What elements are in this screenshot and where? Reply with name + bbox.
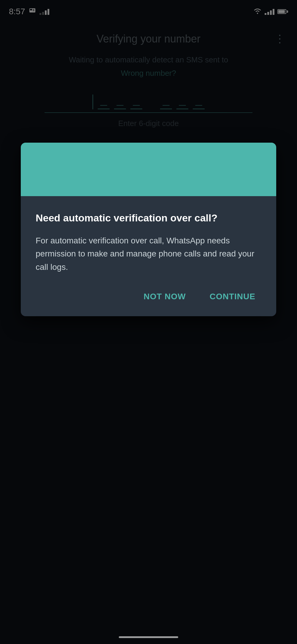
dialog-actions: NOT NOW CONTINUE bbox=[36, 289, 261, 304]
dialog-body: Need automatic verification over call? F… bbox=[21, 196, 276, 316]
dialog-overlay: Need automatic verification over call? F… bbox=[0, 0, 297, 644]
verification-dialog: Need automatic verification over call? F… bbox=[21, 143, 276, 316]
dialog-title: Need automatic verification over call? bbox=[36, 211, 261, 225]
dialog-message: For automatic verification over call, Wh… bbox=[36, 234, 261, 274]
dialog-top-decoration bbox=[21, 143, 276, 196]
home-indicator bbox=[119, 636, 178, 638]
not-now-button[interactable]: NOT NOW bbox=[138, 289, 192, 304]
continue-button[interactable]: CONTINUE bbox=[204, 289, 261, 304]
